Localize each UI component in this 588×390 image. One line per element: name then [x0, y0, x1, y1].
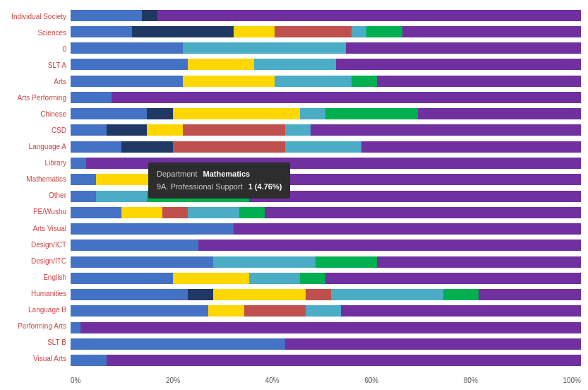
bar-row: [71, 108, 581, 119]
bar-segment[interactable]: [352, 76, 377, 87]
bar-segment[interactable]: [107, 124, 148, 136]
bar-segment[interactable]: [300, 273, 325, 284]
bar-segment[interactable]: [325, 273, 581, 284]
bar-segment[interactable]: [254, 59, 336, 70]
bar-segment[interactable]: [71, 305, 208, 317]
bar-segment[interactable]: [86, 158, 581, 169]
bar-segment[interactable]: [71, 338, 285, 350]
bar-segment[interactable]: [402, 26, 581, 37]
bar-segment[interactable]: [147, 124, 183, 136]
bar-segment[interactable]: [71, 207, 121, 218]
bar-segment[interactable]: [71, 191, 96, 202]
bar-segment[interactable]: [213, 256, 316, 268]
bar-segment[interactable]: [71, 10, 142, 21]
bar-segment[interactable]: [71, 108, 147, 119]
bar-segment[interactable]: [198, 240, 581, 251]
bar-segment[interactable]: [234, 26, 275, 37]
y-axis: Individual SocietySciences0SLT AArtsArts…: [0, 7, 71, 369]
bar-row: [71, 92, 581, 103]
y-label: Arts Performing: [0, 92, 71, 105]
bar-segment[interactable]: [188, 289, 213, 300]
bar-segment[interactable]: [173, 141, 285, 153]
bar-segment[interactable]: [71, 289, 188, 300]
bar-row: [71, 26, 581, 37]
bar-segment[interactable]: [96, 191, 147, 202]
bar-segment[interactable]: [71, 92, 112, 103]
bar-segment[interactable]: [71, 256, 213, 268]
bar-segment[interactable]: [208, 305, 244, 317]
bar-segment[interactable]: [107, 355, 581, 366]
bar-segment[interactable]: [311, 124, 581, 136]
bar-segment[interactable]: [71, 273, 173, 284]
bar-segment[interactable]: [173, 108, 301, 119]
bar-segment[interactable]: [306, 289, 331, 300]
bar-segment[interactable]: [285, 124, 311, 136]
bar-segment[interactable]: [352, 26, 367, 37]
bar-segment[interactable]: [234, 174, 259, 185]
bar-segment[interactable]: [341, 305, 581, 317]
bar-segment[interactable]: [249, 273, 300, 284]
y-label: Chinese: [0, 108, 71, 121]
bar-segment[interactable]: [443, 289, 479, 300]
bar-segment[interactable]: [183, 42, 346, 54]
bar-segment[interactable]: [275, 26, 351, 37]
bar-segment[interactable]: [188, 207, 239, 218]
chart-container: Individual SocietySciences0SLT AArtsArts…: [0, 0, 588, 390]
y-label: Language B: [0, 304, 71, 317]
bar-segment[interactable]: [259, 174, 280, 185]
bar-segment[interactable]: [71, 240, 198, 251]
bar-segment[interactable]: [162, 207, 188, 218]
bar-segment[interactable]: [316, 256, 377, 268]
bar-segment[interactable]: [71, 59, 188, 70]
bar-segment[interactable]: [244, 305, 306, 317]
bar-segment[interactable]: [377, 256, 581, 268]
bar-segment[interactable]: [239, 207, 265, 218]
bar-segment[interactable]: [183, 124, 285, 136]
bar-segment[interactable]: [249, 191, 581, 202]
bar-segment[interactable]: [71, 223, 234, 235]
bar-segment[interactable]: [71, 322, 80, 333]
bar-segment[interactable]: [306, 305, 342, 317]
bar-segment[interactable]: [71, 76, 183, 87]
bar-segment[interactable]: [71, 355, 107, 366]
bar-segment[interactable]: [285, 141, 361, 153]
bar-segment[interactable]: [377, 76, 581, 87]
bar-segment[interactable]: [71, 26, 132, 37]
bar-segment[interactable]: [121, 207, 162, 218]
bar-segment[interactable]: [285, 338, 581, 350]
bar-segment[interactable]: [112, 92, 581, 103]
bar-segment[interactable]: [265, 207, 581, 218]
y-label: Other: [0, 189, 71, 202]
bar-row: [71, 223, 581, 235]
bar-segment[interactable]: [361, 141, 581, 153]
bar-segment[interactable]: [275, 76, 351, 87]
bar-segment[interactable]: [80, 322, 581, 333]
bar-segment[interactable]: [366, 26, 402, 37]
bar-segment[interactable]: [418, 108, 581, 119]
bar-segment[interactable]: [234, 223, 581, 235]
bar-segment[interactable]: [336, 59, 581, 70]
bar-segment[interactable]: [173, 273, 249, 284]
bar-segment[interactable]: [121, 141, 172, 153]
bar-segment[interactable]: [147, 108, 172, 119]
bar-segment[interactable]: [147, 191, 249, 202]
bar-segment[interactable]: [96, 174, 234, 185]
bar-segment[interactable]: [325, 108, 417, 119]
bar-segment[interactable]: [142, 10, 157, 21]
bar-segment[interactable]: [71, 158, 86, 169]
bar-segment[interactable]: [183, 76, 275, 87]
bar-segment[interactable]: [280, 174, 581, 185]
bar-segment[interactable]: [132, 26, 234, 37]
bar-segment[interactable]: [188, 59, 254, 70]
bar-segment[interactable]: [346, 42, 581, 54]
y-label: CSD: [0, 124, 71, 137]
bar-segment[interactable]: [71, 174, 96, 185]
bar-segment[interactable]: [71, 42, 183, 54]
bar-segment[interactable]: [331, 289, 443, 300]
bar-segment[interactable]: [479, 289, 581, 300]
bar-segment[interactable]: [71, 124, 107, 136]
bar-segment[interactable]: [300, 108, 325, 119]
bar-segment[interactable]: [157, 10, 581, 21]
bar-segment[interactable]: [71, 141, 121, 153]
bar-segment[interactable]: [213, 289, 305, 300]
